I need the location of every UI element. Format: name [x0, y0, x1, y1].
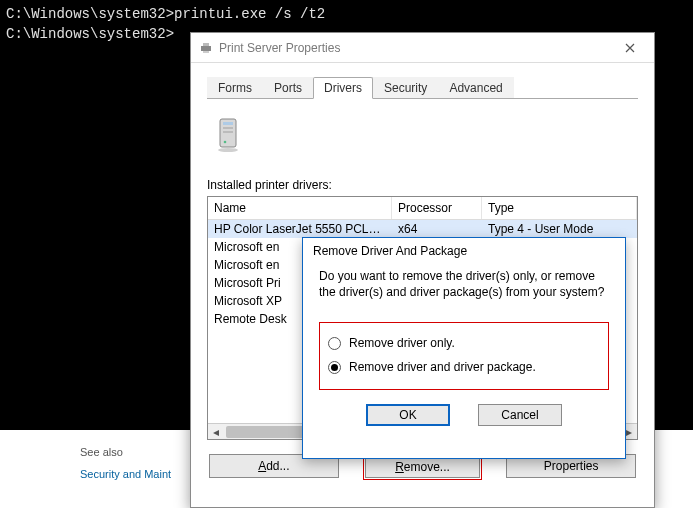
svg-point-7 — [224, 141, 227, 144]
svg-rect-5 — [223, 127, 233, 129]
ok-button[interactable]: OK — [366, 404, 450, 426]
radio-icon — [328, 361, 341, 374]
nested-button-row: OK Cancel — [319, 404, 609, 426]
svg-rect-2 — [203, 51, 209, 53]
options-group: Remove driver only. Remove driver and dr… — [319, 322, 609, 390]
tab-bar: Forms Ports Drivers Security Advanced — [207, 77, 638, 99]
cancel-button[interactable]: Cancel — [478, 404, 562, 426]
tab-drivers[interactable]: Drivers — [313, 77, 373, 99]
terminal-line: C:\Windows\system32>printui.exe /s /t2 — [6, 4, 687, 24]
remove-button[interactable]: Remove... — [365, 456, 481, 478]
option-label: Remove driver only. — [349, 336, 455, 350]
nested-dialog-title[interactable]: Remove Driver And Package — [303, 238, 625, 264]
installed-drivers-label: Installed printer drivers: — [207, 178, 638, 192]
option-label: Remove driver and driver package. — [349, 360, 536, 374]
printer-icon — [199, 41, 213, 55]
svg-rect-4 — [223, 122, 233, 125]
tab-forms[interactable]: Forms — [207, 77, 263, 98]
svg-rect-0 — [201, 46, 211, 51]
scroll-left-arrow[interactable]: ◂ — [208, 424, 224, 440]
confirmation-message: Do you want to remove the driver(s) only… — [319, 268, 609, 300]
server-icon — [215, 117, 638, 156]
cell-name: HP Color LaserJet 5550 PCL6 Clas... — [208, 221, 392, 237]
remove-driver-and-package-dialog: Remove Driver And Package Do you want to… — [302, 237, 626, 459]
cell-processor: x64 — [392, 221, 482, 237]
column-processor[interactable]: Processor — [392, 197, 482, 219]
tab-security[interactable]: Security — [373, 77, 438, 98]
svg-point-8 — [218, 148, 238, 152]
column-name[interactable]: Name — [208, 197, 392, 219]
option-remove-driver-only[interactable]: Remove driver only. — [328, 331, 600, 355]
svg-rect-6 — [223, 131, 233, 133]
driver-list-header: Name Processor Type — [208, 197, 637, 220]
nested-dialog-body: Do you want to remove the driver(s) only… — [303, 264, 625, 436]
table-row[interactable]: HP Color LaserJet 5550 PCL6 Clas...x64Ty… — [208, 220, 637, 238]
tab-advanced[interactable]: Advanced — [438, 77, 513, 98]
close-button[interactable] — [614, 36, 646, 60]
dialog-titlebar[interactable]: Print Server Properties — [191, 33, 654, 63]
svg-rect-1 — [203, 43, 209, 46]
dialog-title: Print Server Properties — [219, 41, 340, 55]
option-remove-driver-and-package[interactable]: Remove driver and driver package. — [328, 355, 600, 379]
tab-ports[interactable]: Ports — [263, 77, 313, 98]
column-type[interactable]: Type — [482, 197, 637, 219]
radio-icon — [328, 337, 341, 350]
cell-type: Type 4 - User Mode — [482, 221, 637, 237]
